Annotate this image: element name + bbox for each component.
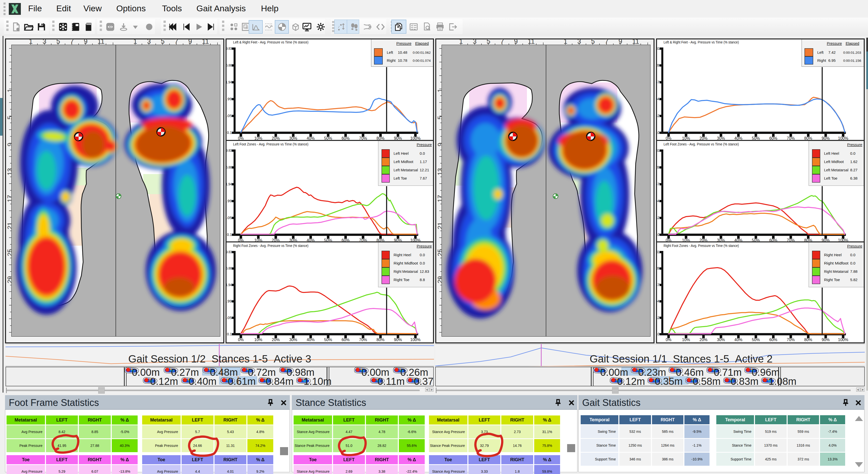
svg-text:1.17: 1.17 (420, 159, 427, 164)
svg-text:0.0: 0.0 (420, 151, 425, 156)
svg-text:Pressure: Pressure (396, 41, 411, 45)
svg-text:0:00:01.062: 0:00:01.062 (413, 51, 431, 55)
svg-text:11.94: 11.94 (225, 80, 232, 84)
svg-text:Left & Right Feet - Avg. Press: Left & Right Feet - Avg. Pressure vs Tim… (233, 40, 308, 44)
svg-text:Pressure: Pressure (827, 41, 842, 45)
svg-text:80%: 80% (804, 338, 812, 342)
svg-text:5.82: 5.82 (850, 278, 858, 282)
svg-text:Pressure: Pressure (847, 143, 862, 147)
svg-text:15.88: 15.88 (225, 63, 232, 67)
svg-text:19.83: 19.83 (225, 149, 232, 153)
svg-text:70%: 70% (359, 338, 367, 342)
svg-text:Right: Right (817, 58, 826, 63)
svg-text:7.99: 7.99 (225, 97, 232, 101)
svg-text:Right Toe: Right Toe (824, 278, 840, 282)
svg-text:7.99: 7.99 (225, 299, 232, 303)
svg-text:Left Heel: Left Heel (394, 151, 409, 156)
svg-text:5.04: 5.04 (656, 299, 659, 303)
svg-text:7.67: 7.67 (420, 176, 427, 180)
svg-text:0.0: 0.0 (420, 261, 425, 265)
svg-text:2.52: 2.52 (656, 216, 659, 220)
svg-text:100%: 100% (410, 338, 421, 342)
svg-text:6.95: 6.95 (828, 58, 836, 63)
svg-text:Right Midfoot: Right Midfoot (394, 261, 418, 265)
svg-text:7.42: 7.42 (828, 50, 836, 55)
svg-text:Right: Right (387, 58, 396, 63)
svg-text:70%: 70% (786, 338, 795, 342)
svg-text:Left Midfoot: Left Midfoot (394, 159, 413, 164)
svg-text:Right Midfoot: Right Midfoot (824, 261, 849, 265)
svg-text:80%: 80% (376, 338, 384, 342)
svg-text:Left Metatarsal: Left Metatarsal (394, 168, 418, 172)
svg-text:10.48: 10.48 (398, 50, 407, 55)
svg-text:Left Toe: Left Toe (824, 176, 837, 180)
svg-text:4.05: 4.05 (225, 316, 232, 320)
svg-text:Left: Left (387, 50, 393, 55)
svg-text:Left Metatarsal: Left Metatarsal (824, 168, 848, 172)
svg-text:Right Toe: Right Toe (394, 278, 409, 282)
svg-text:0.0: 0.0 (850, 261, 856, 265)
svg-text:19.83: 19.83 (225, 46, 232, 51)
svg-text:15.88: 15.88 (225, 165, 232, 169)
svg-text:0%: 0% (665, 338, 671, 342)
svg-text:30%: 30% (289, 338, 297, 342)
svg-text:90%: 90% (394, 338, 402, 342)
svg-text:Left Foot Zones - Avg. Pressur: Left Foot Zones - Avg. Pressure vs Time … (233, 142, 308, 146)
svg-text:6.38: 6.38 (850, 176, 858, 180)
svg-text:0.0: 0.0 (420, 253, 425, 257)
svg-text:4.05: 4.05 (225, 216, 232, 220)
svg-text:90%: 90% (822, 338, 830, 342)
svg-text:Pressure: Pressure (417, 143, 432, 147)
svg-text:50%: 50% (324, 338, 332, 342)
svg-text:0.1: 0.1 (227, 131, 232, 135)
svg-text:0.0: 0.0 (850, 151, 856, 156)
svg-text:10.78: 10.78 (398, 58, 407, 63)
svg-text:10.09: 10.09 (656, 165, 659, 169)
svg-text:5.04: 5.04 (656, 97, 659, 101)
svg-text:10%: 10% (254, 338, 262, 342)
svg-text:0%: 0% (238, 338, 244, 342)
svg-text:7.88: 7.88 (850, 269, 858, 274)
svg-text:30%: 30% (717, 338, 725, 342)
svg-text:0:00:01.203: 0:00:01.203 (843, 51, 861, 55)
svg-text:20%: 20% (700, 338, 708, 342)
svg-text:40%: 40% (307, 338, 315, 342)
svg-text:1.62: 1.62 (850, 159, 858, 164)
svg-text:Left Midfoot: Left Midfoot (824, 159, 844, 164)
svg-text:0:00:01.156: 0:00:01.156 (843, 59, 861, 63)
svg-text:Elapsed: Elapsed (415, 41, 429, 45)
svg-text:Left: Left (817, 50, 824, 55)
svg-text:0.1: 0.1 (227, 332, 232, 336)
svg-text:0.0: 0.0 (656, 131, 659, 135)
svg-text:12.61: 12.61 (656, 250, 659, 254)
svg-text:Pressure: Pressure (417, 244, 432, 248)
svg-text:Left & Right Feet - Avg. Press: Left & Right Feet - Avg. Pressure vs Tim… (663, 40, 739, 44)
svg-text:20%: 20% (272, 338, 280, 342)
svg-text:11.94: 11.94 (225, 182, 232, 186)
svg-text:0.1: 0.1 (227, 232, 232, 236)
svg-text:10.09: 10.09 (656, 63, 659, 67)
svg-text:60%: 60% (769, 338, 777, 342)
svg-text:0:00:01.074: 0:00:01.074 (413, 59, 431, 63)
svg-text:60%: 60% (342, 338, 350, 342)
svg-text:7.57: 7.57 (656, 283, 659, 287)
svg-text:15.88: 15.88 (225, 266, 232, 270)
svg-text:2.52: 2.52 (656, 114, 659, 118)
svg-text:Elapsed: Elapsed (846, 41, 859, 45)
svg-text:Right Heel: Right Heel (824, 253, 842, 257)
svg-text:0.0: 0.0 (656, 332, 659, 336)
svg-text:12.61: 12.61 (656, 149, 659, 153)
svg-text:12.21: 12.21 (420, 168, 429, 172)
svg-text:4.05: 4.05 (225, 114, 232, 118)
svg-text:Right Foot Zones - Avg. Pressu: Right Foot Zones - Avg. Pressure vs Time… (663, 244, 739, 248)
svg-text:50%: 50% (752, 338, 760, 342)
svg-text:10%: 10% (682, 338, 690, 342)
svg-text:10.09: 10.09 (656, 266, 659, 270)
svg-text:7.57: 7.57 (656, 80, 659, 84)
svg-text:8.8: 8.8 (420, 278, 425, 282)
svg-text:11.94: 11.94 (225, 283, 232, 287)
svg-text:Left Heel: Left Heel (824, 151, 839, 156)
svg-text:Pressure: Pressure (847, 244, 862, 248)
svg-text:Right Metatarsal: Right Metatarsal (824, 269, 848, 274)
svg-text:Left Toe: Left Toe (394, 176, 407, 180)
